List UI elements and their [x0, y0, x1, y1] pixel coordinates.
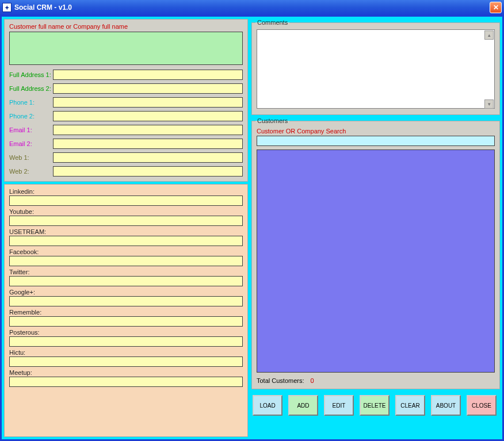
comments-legend: Comments — [255, 19, 289, 26]
edit-button[interactable]: EDIT — [324, 395, 354, 416]
email1-label: Email 1: — [9, 126, 53, 133]
youtube-input[interactable] — [9, 216, 243, 226]
address2-input[interactable] — [53, 83, 243, 94]
twitter-label: Twitter: — [9, 269, 243, 275]
rememble-label: Rememble: — [9, 309, 243, 316]
close-icon: ✕ — [493, 3, 499, 11]
total-customers-row: Total Customers: 0 — [257, 377, 495, 384]
hictu-input[interactable] — [9, 356, 243, 367]
app-icon: ✦ — [2, 3, 12, 12]
customer-search-input[interactable] — [257, 136, 495, 146]
customer-list[interactable] — [257, 149, 495, 373]
close-button[interactable]: CLOSE — [467, 395, 497, 416]
address1-input[interactable] — [53, 70, 243, 80]
total-customers-count: 0 — [311, 377, 314, 384]
ustream-input[interactable] — [9, 236, 243, 246]
clear-button[interactable]: CLEAR — [395, 395, 425, 416]
googleplus-label: Google+: — [9, 289, 243, 296]
web2-input[interactable] — [53, 166, 243, 177]
email2-input[interactable] — [53, 139, 243, 149]
posterous-label: Posterous: — [9, 329, 243, 336]
posterous-input[interactable] — [9, 336, 243, 347]
linkedin-input[interactable] — [9, 195, 243, 206]
twitter-input[interactable] — [9, 276, 243, 286]
facebook-input[interactable] — [9, 256, 243, 266]
ustream-label: USETREAM: — [9, 228, 243, 235]
youtube-label: Youtube: — [9, 208, 243, 215]
facebook-label: Facebook: — [9, 248, 243, 255]
delete-button[interactable]: DELETE — [360, 395, 390, 416]
email1-input[interactable] — [53, 125, 243, 135]
load-button[interactable]: LOAD — [253, 395, 282, 416]
address1-label: Full Address 1: — [9, 71, 53, 78]
window-title: Social CRM - v1.0 — [14, 3, 72, 11]
web2-label: Web 2: — [9, 168, 53, 175]
button-row: LOAD ADD EDIT DELETE CLEAR ABOUT CLOSE — [251, 392, 500, 417]
phone1-input[interactable] — [53, 97, 243, 108]
window-close-button[interactable]: ✕ — [490, 2, 502, 13]
comments-textarea[interactable] — [257, 29, 495, 109]
add-button[interactable]: ADD — [288, 395, 318, 416]
linkedin-label: Linkedin: — [9, 188, 243, 195]
phone2-input[interactable] — [53, 111, 243, 121]
hictu-label: Hictu: — [9, 349, 243, 356]
customer-name-label: Customer full name or Company full name — [9, 23, 243, 30]
phone2-label: Phone 2: — [9, 113, 53, 120]
about-button[interactable]: ABOUT — [431, 395, 461, 416]
contact-panel: Customer full name or Company full name … — [4, 19, 248, 182]
scroll-up-icon[interactable]: ▴ — [484, 30, 494, 40]
address2-label: Full Address 2: — [9, 85, 53, 92]
titlebar: ✦ Social CRM - v1.0 ✕ — [0, 0, 504, 15]
meetup-input[interactable] — [9, 377, 243, 387]
rememble-input[interactable] — [9, 316, 243, 327]
web1-label: Web 1: — [9, 154, 53, 161]
phone1-label: Phone 1: — [9, 99, 53, 106]
customer-name-input[interactable] — [9, 32, 243, 65]
customers-legend: Customers — [255, 117, 289, 124]
googleplus-input[interactable] — [9, 296, 243, 306]
scroll-down-icon[interactable]: ▾ — [484, 99, 494, 109]
comments-panel: Comments ▴ ▾ — [251, 19, 500, 115]
email2-label: Email 2: — [9, 140, 53, 147]
customers-panel: Customers Customer OR Company Search Tot… — [251, 117, 500, 389]
customer-search-label: Customer OR Company Search — [257, 128, 495, 135]
meetup-label: Meetup: — [9, 369, 243, 376]
web1-input[interactable] — [53, 152, 243, 163]
total-customers-label: Total Customers: — [257, 377, 304, 384]
social-panel: Linkedin: Youtube: USETREAM: Facebook: T… — [4, 184, 248, 437]
